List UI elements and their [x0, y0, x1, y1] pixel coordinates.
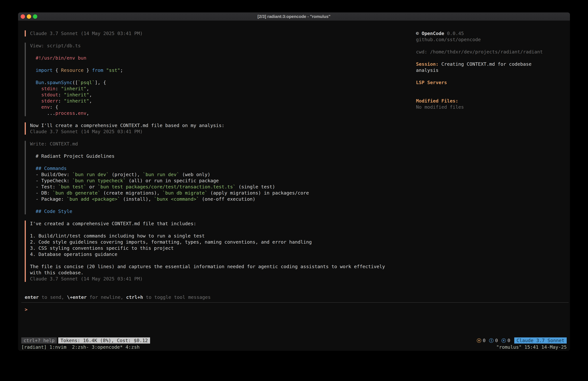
tool-call-view: View: script/db.ts #!/usr/bin/env bun im…: [25, 43, 385, 116]
spacer: [25, 116, 385, 122]
markdown-line: - TypeCheck: `bun run typecheck` (all) o…: [30, 178, 385, 184]
modified-files-status: No modified files: [416, 104, 543, 110]
titlebar[interactable]: [2/3] radiant:3:opencode - "romulus": [18, 12, 570, 21]
markdown-line: ## Commands: [30, 165, 385, 171]
hint-icon: H: [502, 338, 506, 343]
command-input[interactable]: >: [25, 306, 27, 313]
spacer: [25, 288, 385, 294]
markdown-line: - Test: `bun test` or `bun test packages…: [30, 184, 385, 190]
markdown-line: - DB: `bun db generate` (create migratio…: [30, 190, 385, 196]
code-line: ...process.env,: [30, 110, 385, 116]
tokens-cost-badge: Tokens: 16.4K (8%), Cost: $0.12: [58, 337, 150, 344]
sidebar: © OpenCode 0.0.45 github.com/sst/opencod…: [416, 30, 543, 110]
message-text: 1. Build/lint/test commands including ho…: [30, 233, 385, 239]
message-text: Now I'll create a comprehensive CONTEXT.…: [30, 122, 385, 129]
lsp-servers-header: LSP Servers: [416, 79, 543, 86]
input-divider: [21, 302, 569, 303]
input-help: enter to send, \+enter for newline, ctrl…: [25, 294, 385, 300]
model-timestamp: Claude 3.7 Sonnet (14 May 2025 03:41 PM): [30, 129, 385, 135]
window-title: [2/3] radiant:3:opencode - "romulus": [18, 12, 570, 21]
model-timestamp: Claude 3.7 Sonnet (14 May 2025 03:41 PM): [30, 30, 385, 37]
cwd: cwd: /home/thdxr/dev/projects/radiant/ra…: [416, 49, 543, 55]
repo-url: github.com/sst/opencode: [416, 37, 543, 43]
spacer: [25, 282, 385, 288]
spacer: [25, 37, 385, 43]
app-version: © OpenCode 0.0.45: [416, 30, 543, 37]
tool-title: Write: CONTEXT.md: [30, 141, 385, 147]
spacer: [25, 135, 385, 141]
code-line: stderr: "inherit",: [30, 98, 385, 104]
message-text: The file is concise (20 lines) and captu…: [30, 264, 385, 269]
markdown-line: ## Code Style: [30, 208, 385, 214]
message-text: 3. CSS styling conventions specific to t…: [30, 245, 385, 251]
message-text: 4. Database operations guidance: [30, 251, 385, 257]
code-line: stdin: "inherit",: [30, 86, 385, 92]
code-line: import { Resource } from "sst";: [30, 67, 385, 73]
hint-indicator: H 0: [502, 338, 510, 343]
info-icon: I: [489, 338, 493, 343]
terminal-window: [2/3] radiant:3:opencode - "romulus" Cla…: [18, 12, 570, 351]
chat-log: Claude 3.7 Sonnet (14 May 2025 03:41 PM)…: [25, 30, 385, 300]
code-line: #!/usr/bin/env bun: [30, 55, 385, 61]
tool-call-write: Write: CONTEXT.md # Radiant Project Guid…: [25, 141, 385, 214]
session-title-cont: analysis: [416, 67, 543, 73]
session-title: Session: Creating CONTEXT.md for codebas…: [416, 61, 543, 67]
code-line: env: {: [30, 104, 385, 110]
status-left: ctrl+? help Tokens: 16.4K (8%), Cost: $0…: [21, 337, 150, 344]
markdown-line: # Radiant Project Guidelines: [30, 153, 385, 159]
assistant-message: Now I'll create a comprehensive CONTEXT.…: [25, 122, 385, 135]
tool-title: View: script/db.ts: [30, 43, 385, 49]
status-bar: ctrl+? help Tokens: 16.4K (8%), Cost: $0…: [18, 337, 570, 344]
status-right: W 0 I 0 H 0 Claude 3.7 Sonnet: [477, 337, 567, 344]
model-timestamp: Claude 3.7 Sonnet (14 May 2025 03:41 PM): [30, 276, 385, 282]
terminal: Claude 3.7 Sonnet (14 May 2025 03:41 PM)…: [18, 21, 570, 351]
message-text: I've created a comprehensive CONTEXT.md …: [30, 221, 385, 227]
markdown-line: - Package: `bun add <package>` (install)…: [30, 196, 385, 202]
desktop: [2/3] radiant:3:opencode - "romulus" Cla…: [0, 0, 588, 381]
diagnostics: W 0 I 0 H 0: [477, 338, 510, 343]
code-line: Bun.spawnSync([`psql`], {: [30, 79, 385, 86]
assistant-message-footer: Claude 3.7 Sonnet (14 May 2025 03:41 PM): [25, 30, 385, 37]
message-text: with this codebase.: [30, 269, 385, 276]
info-indicator: I 0: [489, 338, 498, 343]
prompt-caret: >: [25, 307, 27, 312]
modified-files-header: Modified Files:: [416, 98, 543, 104]
code-line: stdout: "inherit",: [30, 92, 385, 98]
tmux-statusline: [radiant] 1:nvim 2:zsh- 3:opencode* 4:zs…: [18, 344, 570, 350]
tmux-host-clock: "romulus" 15:41 14-May-25: [496, 344, 567, 350]
model-badge[interactable]: Claude 3.7 Sonnet: [514, 337, 567, 344]
spacer: [25, 214, 385, 221]
markdown-line: - Build/Dev: `bun run dev` (project), `b…: [30, 171, 385, 178]
message-text: 2. Code style guidelines covering import…: [30, 239, 385, 245]
warnings-indicator: W 0: [477, 338, 485, 343]
warning-icon: W: [477, 338, 481, 343]
tmux-window-list[interactable]: [radiant] 1:nvim 2:zsh- 3:opencode* 4:zs…: [21, 344, 140, 350]
help-badge[interactable]: ctrl+? help: [21, 337, 57, 344]
assistant-message: I've created a comprehensive CONTEXT.md …: [25, 221, 385, 282]
